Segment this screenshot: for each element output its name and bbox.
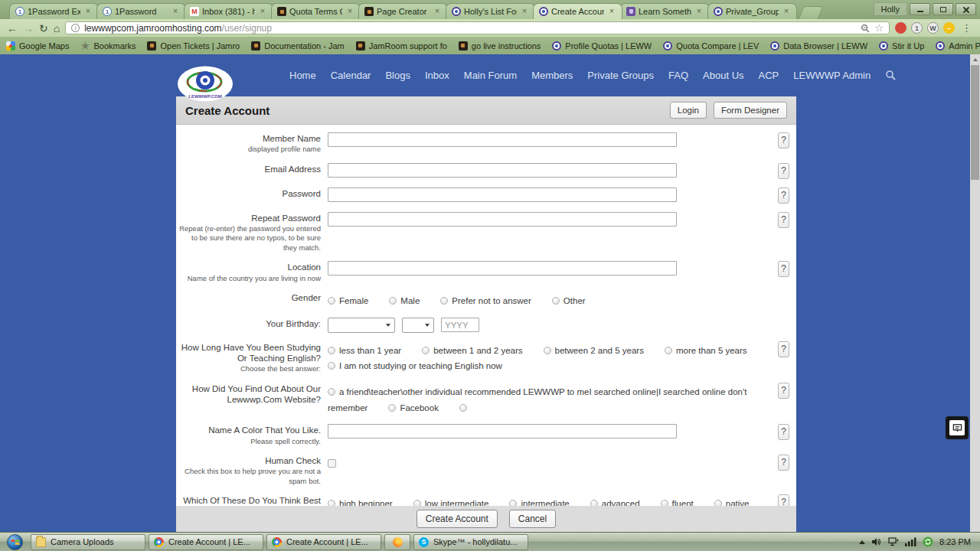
tab-close-icon[interactable] <box>782 7 791 16</box>
extension-icon-w[interactable]: W <box>927 22 939 34</box>
browser-tab[interactable]: 11Password <box>96 3 186 19</box>
signal-strength-icon[interactable] <box>905 537 916 546</box>
birthday-month-select[interactable] <box>328 318 395 333</box>
tab-close-icon[interactable] <box>607 7 616 16</box>
text-input[interactable] <box>328 212 677 227</box>
bookmark-item[interactable]: Profile Quotas | LEWW <box>552 41 652 51</box>
taskbar-button[interactable]: SSkype™ - hollydilatu... <box>413 534 528 550</box>
radio-icon[interactable] <box>389 297 397 305</box>
nav-link-main-forum[interactable]: Main Forum <box>464 70 517 81</box>
extension-icon-1p[interactable]: 1 <box>911 22 923 34</box>
bookmark-item[interactable]: Admin PowWow <box>936 41 980 51</box>
start-button[interactable] <box>7 534 23 550</box>
radio-icon[interactable] <box>665 347 672 354</box>
taskbar-button[interactable] <box>384 534 410 550</box>
browser-profile-name[interactable]: Holly <box>874 2 907 16</box>
volume-icon[interactable] <box>871 537 882 546</box>
help-button[interactable]: ? <box>778 187 789 204</box>
nav-link-blogs[interactable]: Blogs <box>385 70 410 81</box>
chat-widget-button[interactable] <box>946 416 969 439</box>
nav-link-home[interactable]: Home <box>289 70 316 81</box>
taskbar-clock[interactable]: 8:23 PM <box>939 537 971 546</box>
network-icon[interactable] <box>888 537 899 546</box>
nav-link-lewwwp-admin[interactable]: LEWWWP Admin <box>793 70 871 81</box>
browser-menu-icon[interactable]: ⋮ <box>960 22 973 34</box>
bookmark-item[interactable]: Google Maps <box>6 41 69 51</box>
tab-close-icon[interactable] <box>258 7 267 16</box>
browser-tab[interactable]: Learn Something <box>620 3 710 19</box>
zoom-icon[interactable] <box>861 24 870 33</box>
nav-link-calendar[interactable]: Calendar <box>331 70 371 81</box>
form-designer-button[interactable]: Form Designer <box>714 102 787 119</box>
bookmark-item[interactable]: Quota Compare | LEV <box>663 41 759 51</box>
refresh-button[interactable]: ↻ <box>39 23 48 34</box>
scrollbar-thumb[interactable] <box>971 65 979 180</box>
radio-icon[interactable] <box>440 297 448 305</box>
lewwwp-logo[interactable]: LEWWWP.COM <box>177 66 234 102</box>
tab-close-icon[interactable] <box>694 7 704 16</box>
tray-expand-icon[interactable] <box>859 540 865 544</box>
maximize-button[interactable] <box>933 3 953 15</box>
create-account-button[interactable]: Create Account <box>416 510 498 528</box>
nav-link-about-us[interactable]: About Us <box>703 70 743 81</box>
taskbar-button[interactable]: Camera Uploads <box>31 534 145 550</box>
radio-icon[interactable] <box>328 347 335 354</box>
nav-link-inbox[interactable]: Inbox <box>425 70 449 81</box>
help-button[interactable]: ? <box>778 341 789 357</box>
bookmark-item[interactable]: Open Tickets | Jamro <box>147 41 240 51</box>
radio-option[interactable]: Other <box>552 296 586 305</box>
radio-icon[interactable] <box>388 404 396 412</box>
search-icon[interactable] <box>885 70 897 81</box>
help-button[interactable]: ? <box>778 212 789 228</box>
radio-option[interactable]: I am not studying or teaching English no… <box>328 361 502 370</box>
help-button[interactable]: ? <box>778 163 789 179</box>
radio-option[interactable]: between 2 and 5 years <box>544 346 644 355</box>
text-input[interactable] <box>328 261 677 276</box>
radio-option[interactable]: Prefer not to answer <box>440 296 531 305</box>
login-button[interactable]: Login <box>670 102 707 119</box>
radio-icon[interactable] <box>422 347 430 354</box>
nav-link-members[interactable]: Members <box>531 70 573 81</box>
new-tab-button[interactable] <box>799 6 824 19</box>
browser-tab[interactable]: MInbox (381) - holl <box>184 3 273 19</box>
back-button[interactable]: ← <box>7 23 18 34</box>
text-input[interactable] <box>328 163 677 178</box>
home-button[interactable]: ⌂ <box>54 23 60 34</box>
birthday-day-select[interactable] <box>402 318 434 333</box>
help-button[interactable]: ? <box>778 455 789 471</box>
close-button[interactable] <box>956 3 976 15</box>
bookmark-item[interactable]: Data Browser | LEWW <box>770 41 867 51</box>
bookmark-item[interactable]: Documentation - Jam <box>251 41 345 51</box>
scrollbar-up-icon[interactable] <box>970 54 980 64</box>
nav-link-private-groups[interactable]: Private Groups <box>587 70 654 81</box>
text-input[interactable] <box>328 424 677 439</box>
browser-tab[interactable]: Holly's List For H <box>446 3 535 19</box>
radio-option[interactable]: less than 1 year <box>328 346 401 355</box>
text-input[interactable] <box>328 132 677 147</box>
taskbar-button[interactable]: Create Account | LE... <box>149 534 263 550</box>
forward-button[interactable]: → <box>23 23 34 34</box>
browser-tab[interactable]: Create Account | <box>533 3 622 19</box>
radio-option[interactable]: Male <box>389 296 420 305</box>
tab-close-icon[interactable] <box>345 7 354 16</box>
radio-option[interactable]: Female <box>328 296 368 305</box>
help-button[interactable]: ? <box>778 132 789 148</box>
nav-link-acp[interactable]: ACP <box>759 70 779 81</box>
radio-option[interactable]: more than 5 years <box>665 346 747 355</box>
bookmark-item[interactable]: JamRoom support fo <box>356 41 447 51</box>
nav-link-faq[interactable]: FAQ <box>668 70 688 81</box>
browser-tab[interactable]: Quota Terms Of S <box>271 3 361 19</box>
help-button[interactable]: ? <box>778 383 789 399</box>
help-button[interactable]: ? <box>778 261 789 277</box>
radio-icon[interactable] <box>459 404 467 412</box>
page-info-icon[interactable]: i <box>71 24 80 32</box>
extension-icon-red[interactable] <box>895 22 906 34</box>
browser-tab[interactable]: Private_Groups - <box>707 3 797 19</box>
radio-icon[interactable] <box>552 297 560 305</box>
sync-status-icon[interactable] <box>923 536 933 547</box>
bookmark-item[interactable]: ★Bookmarks <box>80 41 136 51</box>
bookmark-star-icon[interactable]: ☆ <box>874 23 884 33</box>
tab-close-icon[interactable] <box>171 7 180 16</box>
minimize-button[interactable] <box>910 3 930 15</box>
cancel-button[interactable]: Cancel <box>509 510 556 528</box>
